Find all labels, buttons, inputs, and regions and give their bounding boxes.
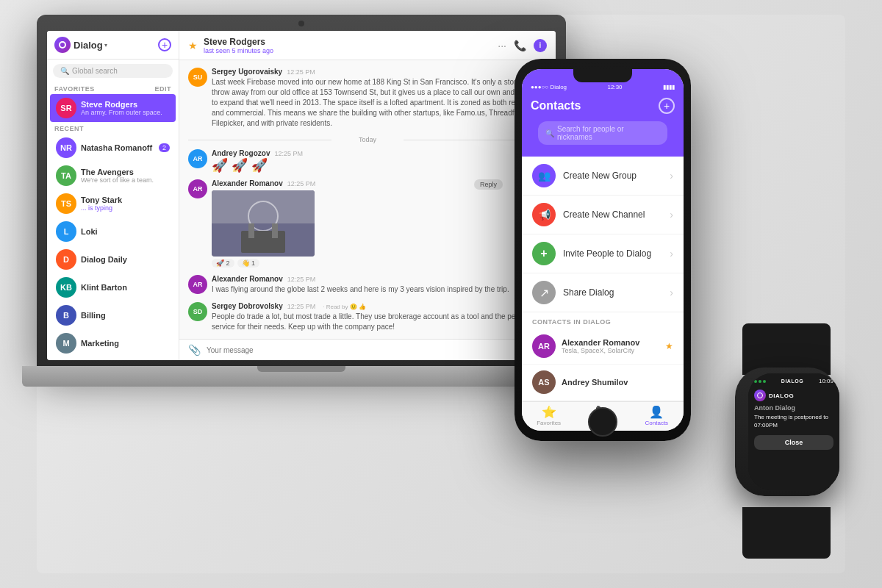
chevron-right-icon: › [670, 209, 673, 220]
msg-image-content [212, 190, 315, 257]
iphone-screen: ●●●○○ Dialog 12:30 ▮▮▮▮ Contacts + 🔍 Sea… [522, 69, 684, 431]
create-group-action[interactable]: 👥 Create New Group › [522, 157, 684, 196]
avatar: M [56, 333, 76, 354]
watch-message: The meeting is postponed to 07:00PM [754, 413, 833, 429]
chat-item-marketing[interactable]: M Marketing [50, 329, 176, 357]
msg-time: 12:25 PM [287, 276, 316, 283]
battery-icon: ▮▮▮▮ [663, 84, 675, 90]
contacts-section-label: CONTACTS IN DIALOG [522, 312, 684, 329]
tab-contacts[interactable]: 👤 Contacts [630, 405, 684, 426]
avatar: AR [188, 275, 207, 294]
iphone-search[interactable]: 🔍 Search for people or nicknames [538, 121, 667, 145]
search-placeholder: Global search [72, 67, 118, 75]
chat-item-steve-rodgers[interactable]: SR Steve Rodgers An army. From outer spa… [50, 94, 176, 122]
msg-content: Sergey Dobrovolsky 12:25 PM · Read by 🙂 … [212, 302, 547, 332]
message-input[interactable] [207, 346, 528, 354]
chat-name: Marketing [81, 339, 170, 348]
svg-rect-1 [212, 190, 315, 223]
unread-badge: 2 [159, 143, 170, 152]
svg-rect-5 [272, 223, 278, 238]
message: SD Sergey Dobrovolsky 12:25 PM · Read by… [188, 302, 547, 332]
chat-item-dialog-daily[interactable]: D Dialog Daily [50, 245, 176, 273]
recent-header: RECENT [47, 122, 179, 134]
date-divider: Today [188, 136, 547, 143]
watch-screen: DIALOG 10:09 DIALOG Anton Dialog The mee… [748, 373, 839, 490]
iphone: ●●●○○ Dialog 12:30 ▮▮▮▮ Contacts + 🔍 Sea… [514, 59, 691, 441]
avatar: D [56, 249, 76, 270]
chat-item-diana[interactable]: DF Diana Fomina [50, 357, 176, 360]
chat-header-actions: ··· 📞 i [498, 39, 547, 52]
contact-item[interactable]: AR Alexander Romanov Tesla, SpaceX, Sola… [522, 329, 684, 365]
watch-band-bottom [742, 507, 831, 559]
create-channel-action[interactable]: 📢 Create New Channel › [522, 196, 684, 234]
favorites-label: FAVORITES [54, 85, 95, 93]
search-box[interactable]: 🔍 Global search [53, 64, 173, 78]
invite-people-label: Invite People to Dialog [563, 248, 670, 259]
search-icon: 🔍 [545, 129, 554, 137]
edit-label[interactable]: EDIT [154, 85, 171, 93]
search-icon: 🔍 [60, 67, 69, 75]
chat-info: Klint Barton [81, 283, 170, 292]
star-icon: ⭐ [542, 405, 556, 419]
chevron-right-icon: › [670, 248, 673, 259]
chat-header-info: Steve Rodgers last seen 5 minutes ago [204, 37, 498, 54]
typing-indicator: ... is typing [81, 204, 170, 212]
macbook-frame: Dialog ▾ + 🔍 Global search FAVORITES EDI… [37, 15, 566, 368]
star-icon: ★ [188, 40, 198, 51]
avatar: KB [56, 277, 76, 298]
msg-time: 12:25 PM [287, 68, 315, 76]
watch-status-dots [754, 380, 766, 383]
group-icon: 👥 [532, 164, 556, 187]
compose-button[interactable]: + [158, 38, 171, 51]
chat-header-name: Steve Rodgers [204, 37, 498, 47]
contacts-icon: 👤 [649, 405, 664, 419]
more-icon[interactable]: ··· [498, 40, 506, 51]
watch-brand-label: DIALOG [781, 379, 803, 384]
reaction-pill: 🚀 2 [212, 259, 234, 268]
app-name: Dialog [74, 40, 103, 51]
msg-content: Andrey Rogozov 12:25 PM 🚀 🚀 🚀 [212, 149, 547, 172]
macbook-base [22, 366, 581, 387]
attach-icon[interactable]: 📎 [188, 344, 201, 356]
watch-close-button[interactable]: Close [754, 435, 833, 450]
chat-item-natasha[interactable]: NR Natasha Romanoff 2 [50, 134, 176, 162]
msg-time: 12:25 PM [287, 180, 316, 187]
iphone-home-button[interactable] [588, 407, 617, 437]
share-dialog-action[interactable]: ↗ Share Dialog › [522, 273, 684, 312]
msg-sender: Sergey Dobrovolsky [212, 302, 283, 310]
chat-info: Marketing [81, 339, 170, 348]
chat-name: Klint Barton [81, 283, 170, 292]
msg-text: Last week Firebase moved into our new ho… [212, 77, 547, 129]
chevron-right-icon: › [670, 287, 673, 298]
watch-header: DIALOG 10:09 [748, 373, 839, 387]
reply-button[interactable]: Reply [474, 179, 503, 190]
create-channel-label: Create New Channel [563, 209, 670, 220]
chat-item-billing[interactable]: B Billing [50, 301, 176, 329]
message: SU Sergey Ugorovaisky 12:25 PM Last week… [188, 68, 547, 129]
chat-info: Dialog Daily [81, 255, 170, 264]
msg-content: Alexander Romanov 12:25 PM [212, 179, 547, 268]
avatar: SR [56, 98, 76, 118]
chat-item-klint[interactable]: KB Klint Barton [50, 273, 176, 301]
search-placeholder: Search for people or nicknames [557, 125, 660, 141]
iphone-add-button[interactable]: + [659, 98, 675, 114]
invite-people-action[interactable]: + Invite People to Dialog › [522, 234, 684, 273]
msg-emojis: 🚀 🚀 🚀 [212, 159, 547, 172]
avatar: AR [188, 149, 207, 168]
chat-header: ★ Steve Rodgers last seen 5 minutes ago … [179, 31, 556, 60]
chat-item-loki[interactable]: L Loki [50, 218, 176, 245]
carrier-label: ●●●○○ Dialog [531, 84, 567, 90]
avatar: TA [56, 165, 76, 186]
watch-frame: DIALOG 10:09 DIALOG Anton Dialog The mee… [735, 368, 838, 496]
tab-label: Favorites [537, 420, 561, 426]
app-container: Dialog ▾ + 🔍 Global search FAVORITES EDI… [47, 31, 556, 360]
call-icon[interactable]: 📞 [514, 40, 526, 51]
chat-item-avengers[interactable]: TA The Avengers We're sort of like a tea… [50, 162, 176, 190]
chat-info: Loki [81, 227, 170, 236]
info-badge[interactable]: i [534, 39, 547, 52]
contact-item[interactable]: AS Andrey Shumilov [522, 365, 684, 401]
chat-item-tony[interactable]: TS Tony Stark ... is typing [50, 190, 176, 218]
apple-watch: DIALOG 10:09 DIALOG Anton Dialog The mee… [728, 368, 845, 514]
tab-favorites[interactable]: ⭐ Favorites [522, 405, 576, 426]
watch-app-name: DIALOG [769, 392, 794, 399]
